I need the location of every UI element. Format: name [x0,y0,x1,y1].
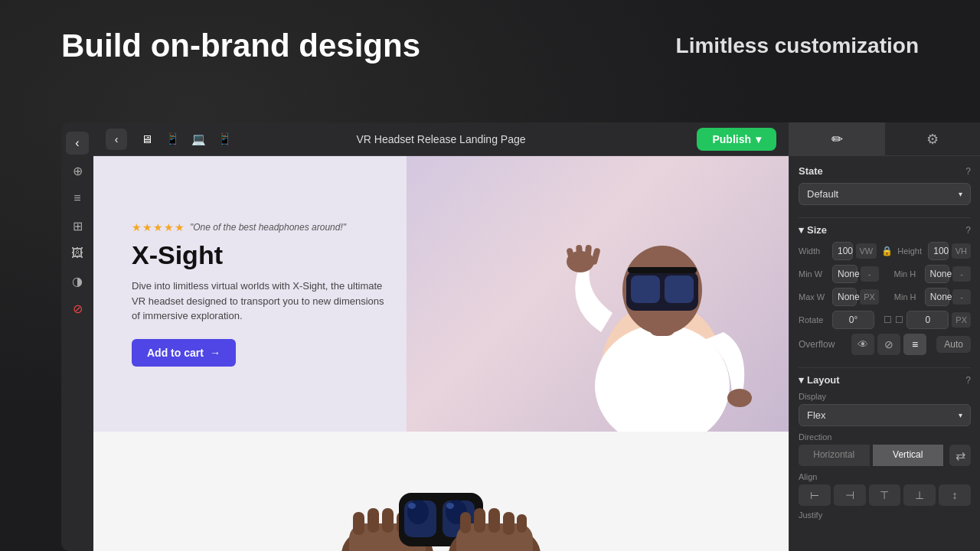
align-label: Align [799,472,971,481]
svg-rect-29 [460,512,471,533]
direction-label: Direction [799,432,971,442]
right-panel: ✏ ⚙ State ? Default ▾ [789,122,980,551]
svg-rect-6 [665,276,694,303]
overflow-visible-icon[interactable]: 👁 [851,334,874,355]
layout-title-text: Layout [807,374,840,386]
svg-rect-5 [631,276,660,303]
sidebar-layers-icon[interactable]: ≡ [66,187,89,210]
state-section: State ? Default ▾ [799,165,971,205]
publish-button[interactable]: Publish ▾ [697,128,776,151]
back-button[interactable]: ‹ [106,129,127,150]
overflow-hidden-icon[interactable]: ⊘ [877,334,900,355]
sidebar-assets-icon[interactable]: 🖼 [66,242,89,265]
editor-container: ‹ ⊕ ≡ ⊞ 🖼 ◑ ⊘ ‹ 🖥 📱 💻 📱 VR Headset Relea… [61,122,980,551]
min-w-unit: - [861,266,879,282]
sidebar-theme-icon[interactable]: ◑ [66,269,89,292]
size-title: ▾ Size [799,224,827,236]
max-w-row: Max W None PX Min H None - [799,288,971,306]
rotate-num-input[interactable]: 0 [906,311,949,329]
sidebar-back-icon[interactable]: ‹ [66,132,89,155]
settings-tab[interactable]: ⚙ [885,122,981,155]
align-baseline-btn[interactable]: ↕ [939,484,971,506]
publish-chevron-icon: ▾ [756,133,761,145]
svg-rect-31 [488,508,500,533]
width-input[interactable]: 100 [832,242,853,260]
pencil-icon: ✏ [831,131,843,148]
divider-2 [799,367,971,368]
align-buttons-row: ⊢ ⊣ ⊤ ⊥ ↕ [799,484,971,506]
width-height-row: Width 100 VW 🔒 Height 100 VH [799,242,971,260]
state-chevron-icon: ▾ [959,190,962,198]
vr-controllers-svg [288,432,594,551]
align-stretch-btn[interactable]: ⊥ [903,484,936,506]
svg-rect-7 [628,267,697,273]
layout-info-icon[interactable]: ? [965,375,971,386]
vr-person-svg [536,171,789,432]
desktop-icon[interactable]: 🖥 [136,129,156,149]
size-title-text: Size [807,224,827,236]
direction-swap-icon[interactable]: ⇄ [949,445,971,466]
min-h-unit: - [952,266,971,282]
svg-point-25 [408,503,416,509]
horizontal-direction-btn[interactable]: Horizontal [799,445,870,466]
rotate-input[interactable]: 0° [832,311,874,329]
sidebar-alert-icon[interactable]: ⊘ [66,297,89,320]
layout-collapse-icon[interactable]: ▾ [799,374,804,386]
justify-label: Justify [799,510,971,520]
sidebar-components-icon[interactable]: ⊞ [66,214,89,237]
max-w-unit: PX [860,289,879,305]
align-center-btn[interactable]: ⊣ [834,484,866,506]
rotate-label: Rotate [799,315,829,324]
rotate-unit: PX [952,312,971,328]
size-info-icon[interactable]: ? [965,225,971,236]
tablet-icon[interactable]: 📱 [162,129,182,149]
height-unit: VH [952,243,971,259]
layout-section-header: ▾ Layout ? [799,374,971,386]
divider-1 [799,217,971,218]
display-select[interactable]: Flex ▾ [799,404,971,426]
mobile-icon[interactable]: 📱 [214,129,234,149]
max-w-input[interactable]: None [832,288,857,306]
stars-row: ★★★★★ "One of the best headphones around… [132,221,392,233]
align-start-btn[interactable]: ⊢ [799,484,831,506]
left-sidebar: ‹ ⊕ ≡ ⊞ 🖼 ◑ ⊘ [61,122,93,551]
min-h-input[interactable]: None [925,265,950,283]
main-headline: Build on-brand designs [61,28,420,64]
size-section: ▾ Size ? Width 100 VW 🔒 Height 100 VH [799,224,971,355]
align-end-btn[interactable]: ⊤ [869,484,901,506]
laptop-icon[interactable]: 💻 [188,129,208,149]
style-tab[interactable]: ✏ [789,122,885,155]
product-description: Dive into limitless virtual worlds with … [132,279,392,324]
sidebar-add-icon[interactable]: ⊕ [66,159,89,182]
overflow-scroll-icon[interactable]: ≡ [903,334,926,355]
canvas-hero-section: ∞∞∞ ★★★★★ "One of the best headphones ar… [93,156,789,432]
svg-rect-16 [353,512,364,535]
svg-rect-17 [368,508,379,533]
add-to-cart-button[interactable]: Add to cart → [132,339,236,367]
toolbar: ‹ 🖥 📱 💻 📱 VR Headset Release Landing Pag… [93,122,789,156]
rotate-checkbox2[interactable]: ☐ [895,315,903,325]
panel-body: State ? Default ▾ ▾ Size ? [789,156,980,541]
device-switcher: 🖥 📱 💻 📱 [136,129,234,149]
display-value: Flex [807,409,826,421]
rotate-checkbox1[interactable]: ☐ [884,315,892,325]
vertical-direction-btn[interactable]: Vertical [873,445,944,466]
canvas-second-section [93,432,789,551]
gear-icon: ⚙ [926,131,939,148]
height-input[interactable]: 100 [928,242,949,260]
min-w-label: Min W [799,269,829,279]
max-min-h-input[interactable]: None [925,288,949,306]
state-value: Default [807,188,838,200]
auto-button[interactable]: Auto [936,336,971,353]
state-info-icon[interactable]: ? [965,166,971,177]
state-select[interactable]: Default ▾ [799,183,971,205]
hero-image [407,156,789,432]
svg-rect-33 [517,514,527,533]
overflow-icons: 👁 ⊘ ≡ [851,334,926,355]
sub-headline: Limitless customization [676,34,919,58]
min-w-input[interactable]: None [832,265,858,283]
hero-content: ★★★★★ "One of the best headphones around… [132,221,392,367]
star-rating: ★★★★★ [132,221,185,233]
size-collapse-icon[interactable]: ▾ [799,224,804,236]
min-h-label: Min H [894,269,922,279]
